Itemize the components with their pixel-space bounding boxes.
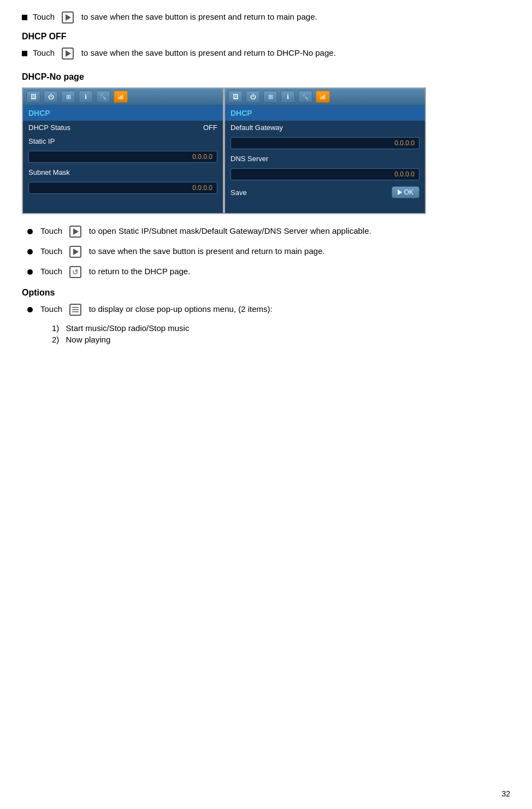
options-list-item-1: 1) Start music/Stop radio/Stop music <box>52 323 510 333</box>
dhcp-no-page-section: DHCP-No page 🖼 ⏻ ⊞ ℹ 🔧 📶 DHCP DHCP Statu… <box>22 72 510 278</box>
circle-icon-2 <box>27 249 33 255</box>
play-icon-inline-3 <box>69 226 81 238</box>
dhcp-off-section: DHCP OFF Touch to save when the save but… <box>22 32 510 60</box>
right-dns-row: DNS Server <box>225 152 425 166</box>
right-toolbar-icon-4: ℹ <box>281 91 295 103</box>
dhcp-no-bullet-3: Touch ↺ to return to the DHCP page. <box>22 265 510 278</box>
circle-icon-3 <box>27 269 33 275</box>
left-dhcp-status-value: OFF <box>203 123 217 132</box>
right-gateway-input[interactable]: 0.0.0.0 <box>230 137 419 149</box>
circle-icon-1 <box>27 229 33 234</box>
left-static-ip-input-row: 0.0.0.0 <box>23 148 223 166</box>
left-screen-spacer <box>23 197 223 213</box>
list-number-1: 1) <box>52 323 59 333</box>
bullet-1-text: Touch to save when the save button is pr… <box>33 11 317 23</box>
right-ok-button[interactable]: OK <box>392 186 419 198</box>
dhcp-off-bullet: Touch to save when the save button is pr… <box>22 47 510 60</box>
options-heading: Options <box>22 288 510 298</box>
options-list: 1) Start music/Stop radio/Stop music 2) … <box>52 323 510 344</box>
dhcp-no-bullet-1-text: Touch to open Static IP/Subnet mask/Defa… <box>40 225 371 238</box>
left-dhcp-status-row: DHCP Status OFF <box>23 121 223 134</box>
toolbar-icon-5: 🔧 <box>96 91 110 103</box>
right-toolbar-icon-3: ⊞ <box>263 91 277 103</box>
left-static-ip-input[interactable]: 0.0.0.0 <box>28 151 217 163</box>
dhcp-off-label: to save when the save button is present … <box>81 48 336 57</box>
toolbar-icon-2: ⏻ <box>44 91 58 103</box>
bullet-1-section: Touch to save when the save button is pr… <box>22 11 510 23</box>
circle-icon-4 <box>27 307 33 312</box>
right-gateway-input-row: 0.0.0.0 <box>225 134 425 152</box>
page-number: 32 <box>501 789 510 798</box>
ok-triangle-icon <box>398 190 402 195</box>
list-number-2: 2) <box>52 335 59 344</box>
right-toolbar: 🖼 ⏻ ⊞ ℹ 🔧 📶 <box>225 88 425 105</box>
options-list-item-2: 2) Now playing <box>52 335 510 344</box>
options-item-1-text: Start music/Stop radio/Stop music <box>66 323 190 333</box>
options-section: Options Touch to display or close pop-up… <box>22 288 510 344</box>
svg-rect-1 <box>72 309 79 310</box>
play-icon-inline <box>62 11 74 23</box>
play-icon-inline-4 <box>69 246 81 258</box>
right-toolbar-icon-6: 📶 <box>316 91 330 103</box>
left-screen-header-text: DHCP <box>28 109 50 117</box>
right-toolbar-icon-1: 🖼 <box>228 91 243 103</box>
right-dns-input-row: 0.0.0.0 <box>225 166 425 183</box>
menu-icon-svg <box>72 306 79 314</box>
left-static-ip-label: Static IP <box>28 137 55 145</box>
bullet-square-icon <box>22 15 27 20</box>
bullet-1-label: to save when the save button is present … <box>81 12 317 21</box>
bullet-square-icon-2 <box>22 51 27 56</box>
svg-rect-2 <box>72 311 79 312</box>
dhcp-no-bullet-3-label: to return to the DHCP page. <box>89 267 191 276</box>
dhcp-no-bullet-3-text: Touch ↺ to return to the DHCP page. <box>40 265 190 278</box>
right-toolbar-icon-5: 🔧 <box>298 91 312 103</box>
dhcp-no-bullet-2: Touch to save when the save button is pr… <box>22 245 510 258</box>
right-device-screen: 🖼 ⏻ ⊞ ℹ 🔧 📶 DHCP Default Gateway 0.0.0.0 <box>224 87 426 214</box>
options-bullet-label: to display or close pop-up options menu,… <box>89 304 273 314</box>
dhcp-no-bullet-1-label: to open Static IP/Subnet mask/Default Ga… <box>89 226 371 235</box>
right-toolbar-icon-2: ⏻ <box>246 91 260 103</box>
right-save-row: Save OK <box>225 183 425 202</box>
right-gateway-row: Default Gateway <box>225 121 425 134</box>
right-screen-header-text: DHCP <box>230 109 252 117</box>
right-screen-header: DHCP <box>225 105 425 121</box>
dhcp-off-heading: DHCP OFF <box>22 32 510 42</box>
toolbar-icon-4: ℹ <box>79 91 93 103</box>
toolbar-icon-6: 📶 <box>114 91 128 103</box>
return-icon-inline: ↺ <box>69 266 81 278</box>
dhcp-no-page-heading: DHCP-No page <box>22 72 510 82</box>
right-gateway-label: Default Gateway <box>230 123 283 132</box>
left-screen-header: DHCP <box>23 105 223 121</box>
left-device-screen: 🖼 ⏻ ⊞ ℹ 🔧 📶 DHCP DHCP Status OFF Static … <box>22 87 224 214</box>
left-screen-body: DHCP DHCP Status OFF Static IP 0.0.0.0 S… <box>23 105 223 213</box>
left-static-ip-row: Static IP <box>23 134 223 148</box>
menu-icon-inline <box>69 304 81 316</box>
toolbar-icon-1: 🖼 <box>26 91 40 103</box>
ok-label: OK <box>404 188 413 196</box>
right-dns-input[interactable]: 0.0.0.0 <box>230 168 419 180</box>
right-dns-label: DNS Server <box>230 155 268 163</box>
svg-rect-0 <box>72 307 79 308</box>
right-screen-body: DHCP Default Gateway 0.0.0.0 DNS Server … <box>225 105 425 202</box>
screenshots-row: 🖼 ⏻ ⊞ ℹ 🔧 📶 DHCP DHCP Status OFF Static … <box>22 87 510 214</box>
toolbar-icon-3: ⊞ <box>61 91 75 103</box>
options-bullet: Touch to display or close pop-up options… <box>22 303 510 316</box>
options-item-2-text: Now playing <box>66 335 111 344</box>
dhcp-no-bullet-1: Touch to open Static IP/Subnet mask/Defa… <box>22 225 510 238</box>
options-bullet-text: Touch to display or close pop-up options… <box>40 303 273 316</box>
play-icon-inline-2 <box>62 48 74 60</box>
left-subnet-input[interactable]: 0.0.0.0 <box>28 182 217 194</box>
left-toolbar: 🖼 ⏻ ⊞ ℹ 🔧 📶 <box>23 88 223 105</box>
dhcp-off-bullet-text: Touch to save when the save button is pr… <box>33 47 336 60</box>
dhcp-no-bullet-2-text: Touch to save when the save button is pr… <box>40 245 325 258</box>
left-subnet-input-row: 0.0.0.0 <box>23 179 223 197</box>
left-dhcp-status-label: DHCP Status <box>28 123 70 132</box>
dhcp-no-bullet-2-label: to save when the save button is present … <box>89 246 325 256</box>
right-save-label: Save <box>230 188 247 197</box>
left-subnet-label: Subnet Mask <box>28 168 70 176</box>
left-subnet-row: Subnet Mask <box>23 166 223 179</box>
